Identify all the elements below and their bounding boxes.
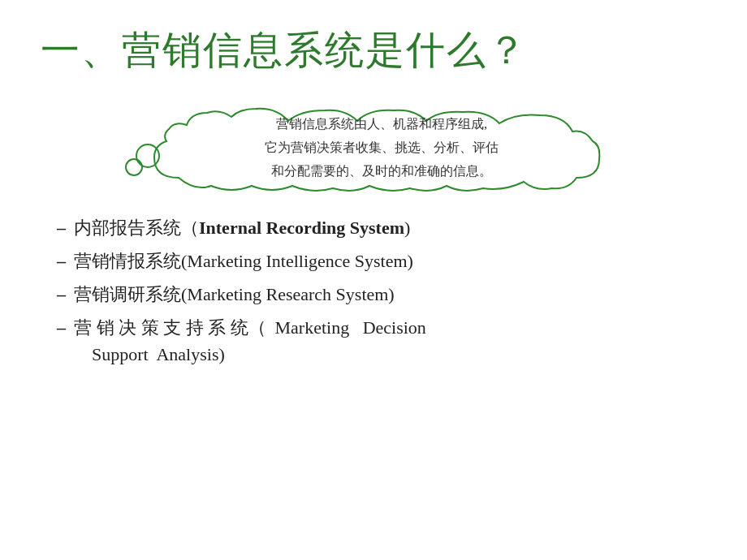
list-item: – 营销情报系统(Marketing Intelligence System) bbox=[57, 248, 706, 274]
cloud-line3: 和分配需要的、及时的和准确的信息。 bbox=[271, 164, 492, 178]
bullet-text: 营销调研系统(Marketing Research System) bbox=[74, 281, 395, 308]
cloud-shape: 营销信息系统由人、机器和程序组成, 它为营销决策者收集、挑选、分析、评估 和分配… bbox=[114, 101, 633, 198]
slide: 一、营销信息系统是什么？ 营销信息系统由人、机器和程序组成, 它为营销决策者收集… bbox=[0, 0, 747, 560]
cloud-text: 营销信息系统由人、机器和程序组成, 它为营销决策者收集、挑选、分析、评估 和分配… bbox=[114, 101, 633, 195]
cloud-line1: 营销信息系统由人、机器和程序组成, bbox=[276, 117, 487, 131]
bullet-dash: – bbox=[57, 281, 66, 308]
bullet-dash: – bbox=[57, 314, 66, 341]
bullet-list: – 内部报告系统（Internal Recording System) – 营销… bbox=[41, 214, 706, 368]
cloud-line2: 它为营销决策者收集、挑选、分析、评估 bbox=[265, 140, 499, 154]
bullet-dash: – bbox=[57, 214, 66, 241]
slide-title: 一、营销信息系统是什么？ bbox=[41, 24, 706, 76]
list-item: – 营销调研系统(Marketing Research System) bbox=[57, 281, 706, 308]
list-item: – 内部报告系统（Internal Recording System) bbox=[57, 214, 706, 241]
list-item: – 营 销 决 策 支 持 系 统（ Marketing Decision Su… bbox=[57, 314, 706, 368]
bullet-dash: – bbox=[57, 248, 66, 274]
bullet-text: 内部报告系统（Internal Recording System) bbox=[74, 214, 410, 241]
bullet-text: 营 销 决 策 支 持 系 统（ Marketing Decision Supp… bbox=[74, 314, 426, 368]
cloud-container: 营销信息系统由人、机器和程序组成, 它为营销决策者收集、挑选、分析、评估 和分配… bbox=[97, 101, 650, 198]
bullet-text: 营销情报系统(Marketing Intelligence System) bbox=[74, 248, 413, 274]
